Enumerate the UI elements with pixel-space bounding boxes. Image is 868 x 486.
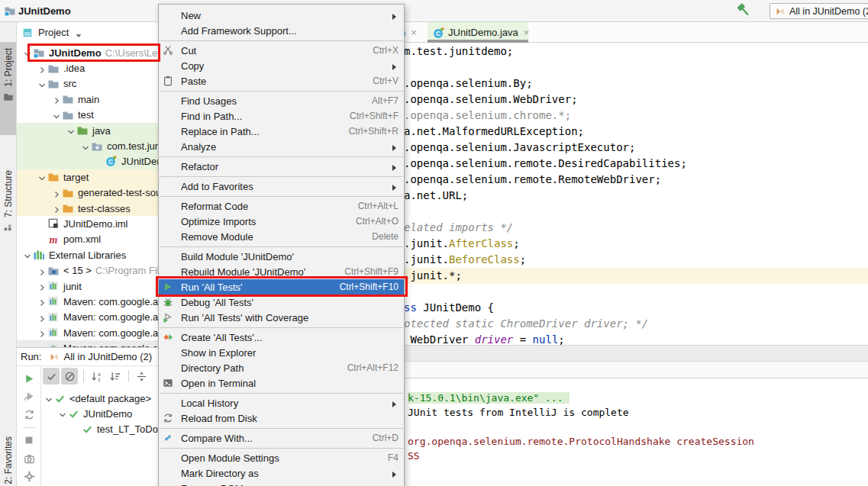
menu-item-compare-with[interactable]: Compare With...Ctrl+D	[159, 430, 404, 446]
sort-duration-button[interactable]	[106, 368, 123, 385]
menu-item-new[interactable]: New	[159, 8, 404, 23]
project-view-header[interactable]: Project	[17, 22, 158, 43]
tree-item-target[interactable]: target	[17, 169, 158, 185]
slash-toggle-button[interactable]	[61, 368, 78, 385]
menu-item-show-in-explorer[interactable]: Show in Explorer	[159, 345, 404, 360]
menu-item-paste[interactable]: PasteCtrl+V	[159, 73, 404, 89]
menu-item-create-all-tests[interactable]: Create 'All Tests'...	[159, 330, 404, 345]
chevron-closed-icon[interactable]	[37, 297, 47, 306]
chevron-closed-icon[interactable]	[37, 328, 47, 337]
chevron-open-icon[interactable]	[58, 409, 68, 418]
chevron-closed-icon[interactable]	[37, 266, 47, 275]
run-configuration-combo[interactable]: All in JUnitDemo (2)	[770, 3, 868, 19]
menu-item-add-to-favorites[interactable]: Add to Favorites	[159, 179, 404, 194]
tree-item-external-libraries[interactable]: External Libraries	[17, 247, 158, 262]
tree-item-generated-test-sour[interactable]: generated-test-sour	[17, 185, 158, 201]
menu-item-open-in-terminal[interactable]: Open in Terminal	[159, 375, 404, 391]
chevron-open-icon[interactable]	[66, 126, 76, 135]
chevron-open-icon[interactable]	[37, 79, 47, 89]
tree-item-junit[interactable]: junit	[17, 278, 158, 294]
chevron-open-icon[interactable]	[81, 142, 91, 151]
menu-item-open-module-settings[interactable]: Open Module SettingsF4	[159, 450, 404, 465]
test-passed-icon	[54, 393, 66, 404]
rerun-failed-button[interactable]	[21, 389, 37, 404]
menu-item-copy[interactable]: Copy	[159, 58, 404, 73]
menu-item-add-framework-support[interactable]: Add Framework Support...	[159, 23, 404, 38]
menu-item-reformat-code[interactable]: Reformat CodeCtrl+Alt+L	[159, 198, 404, 214]
tree-item-java[interactable]: java	[17, 123, 158, 138]
menu-item-reload-from-disk[interactable]: Reload from Disk	[159, 410, 404, 426]
tree-item-label: test	[78, 109, 94, 121]
close-icon[interactable]: ×	[411, 27, 417, 38]
stripe-tab-structure[interactable]: 7: Structure	[0, 164, 16, 257]
tree-item-idea[interactable]: .idea	[17, 60, 158, 76]
code-editor[interactable]: m.test.junitdemo; .openqa.selenium.By;.o…	[404, 43, 868, 348]
menu-item-cut[interactable]: CutCtrl+X	[159, 43, 404, 58]
run-console[interactable]: k-15.0.1\bin\java.exe" ...JUnit tests fr…	[404, 378, 868, 486]
menu-item-remove-bom[interactable]: Remove BOM	[159, 481, 404, 486]
chevron-spacer	[37, 219, 47, 228]
chevron-closed-icon[interactable]	[52, 204, 62, 213]
tree-item-maven-com-google-aut[interactable]: Maven: com.google.aut	[17, 325, 158, 340]
stripe-tab-project[interactable]: 1: Project	[0, 42, 16, 135]
menu-item-run-all-tests-with-coverage[interactable]: Run 'All Tests' with Coverage	[159, 310, 404, 325]
menu-item-local-history[interactable]: Local History	[159, 395, 404, 410]
chevron-closed-icon[interactable]	[52, 188, 62, 198]
tree-item-maven-com-google-aut[interactable]: Maven: com.google.aut	[17, 294, 158, 309]
chevron-closed-icon[interactable]	[37, 313, 47, 322]
tree-item-junitdem[interactable]: CJUnitDem	[17, 154, 158, 169]
code-line: .openqa.selenium.chrome.*;	[404, 108, 868, 124]
menu-item-optimize-imports[interactable]: Optimize ImportsCtrl+Alt+O	[159, 214, 404, 229]
tree-item-maven-com-google-co[interactable]: Maven: com.google.co	[17, 340, 158, 347]
test-item-test-lt-todoa[interactable]: test_LT_ToDoA	[43, 421, 158, 436]
camera-button[interactable]	[21, 451, 37, 466]
chevron-open-icon[interactable]	[52, 111, 62, 120]
menu-item-find-in-path[interactable]: Find in Path...Ctrl+Shift+F	[159, 108, 404, 124]
menu-item-find-usages[interactable]: Find UsagesAlt+F7	[159, 93, 404, 108]
tree-item-maven-com-google-aut[interactable]: Maven: com.google.aut	[17, 310, 158, 325]
test-item-junitdemo[interactable]: JUnitDemo	[43, 406, 158, 421]
sort-az-button[interactable]: az	[88, 368, 105, 385]
menu-icon-spacer	[163, 251, 181, 262]
code-line: .junit.*;	[404, 268, 868, 284]
test-item-default-package[interactable]: <default package>	[43, 391, 158, 406]
tree-item-pom-xml[interactable]: mpom.xml	[17, 232, 158, 247]
chevron-open-icon[interactable]	[44, 394, 54, 403]
menu-item-refactor[interactable]: Refactor	[159, 159, 404, 174]
expand-all-button[interactable]	[133, 368, 150, 385]
close-icon[interactable]: ×	[524, 27, 530, 38]
menu-item-remove-module[interactable]: Remove ModuleDelete	[159, 229, 404, 244]
tree-item-com-test-juni[interactable]: com.test.juni	[17, 138, 158, 153]
context-menu: NewAdd Framework Support...CutCtrl+XCopy…	[158, 4, 405, 486]
tree-item-15[interactable]: < 15 >C:\Program Files	[17, 262, 158, 278]
tree-item-main[interactable]: main	[17, 92, 158, 107]
menu-item-analyze[interactable]: Analyze	[159, 139, 404, 154]
menu-icon-spacer	[163, 141, 181, 153]
tree-item-junitdemo-iml[interactable]: JUnitDemo.iml	[17, 216, 158, 231]
gear-button[interactable]	[21, 469, 37, 484]
menu-item-replace-in-path[interactable]: Replace in Path...Ctrl+Shift+R	[159, 124, 404, 139]
tree-item-label: JUnitDem	[121, 156, 158, 167]
stripe-tab-favorites[interactable]: 2: Favorites	[0, 436, 16, 484]
chevron-closed-icon[interactable]	[37, 64, 47, 73]
tree-item-test-classes[interactable]: test-classes	[17, 201, 158, 216]
run-tab-all-in-junitdemo[interactable]: All in JUnitDemo (2)	[49, 351, 152, 362]
autotest-button[interactable]	[21, 407, 37, 422]
chevron-open-icon[interactable]	[37, 172, 47, 182]
editor-tab-partial[interactable]: ) ×	[402, 22, 430, 43]
chevron-closed-icon[interactable]	[37, 282, 47, 291]
chevron-open-icon[interactable]	[23, 250, 33, 259]
stop-button[interactable]	[21, 433, 37, 449]
check-toggle-button[interactable]	[43, 368, 60, 385]
tree-item-src[interactable]: src	[17, 76, 158, 92]
menu-item-shortcut: Ctrl+Alt+L	[358, 201, 399, 211]
tree-item-test[interactable]: test	[17, 108, 158, 123]
menu-item-debug-all-tests[interactable]: Debug 'All Tests'	[159, 294, 404, 310]
menu-icon-spacer	[163, 181, 181, 192]
menu-item-directory-path[interactable]: Directory PathCtrl+Alt+F12	[159, 360, 404, 375]
rerun-button[interactable]	[21, 371, 37, 386]
menu-item-build-module-junitdemo[interactable]: Build Module 'JUnitDemo'	[159, 249, 404, 264]
chevron-closed-icon[interactable]	[52, 95, 62, 104]
menu-item-mark-directory-as[interactable]: Mark Directory as	[159, 465, 404, 481]
build-hammer-icon[interactable]	[734, 2, 754, 21]
